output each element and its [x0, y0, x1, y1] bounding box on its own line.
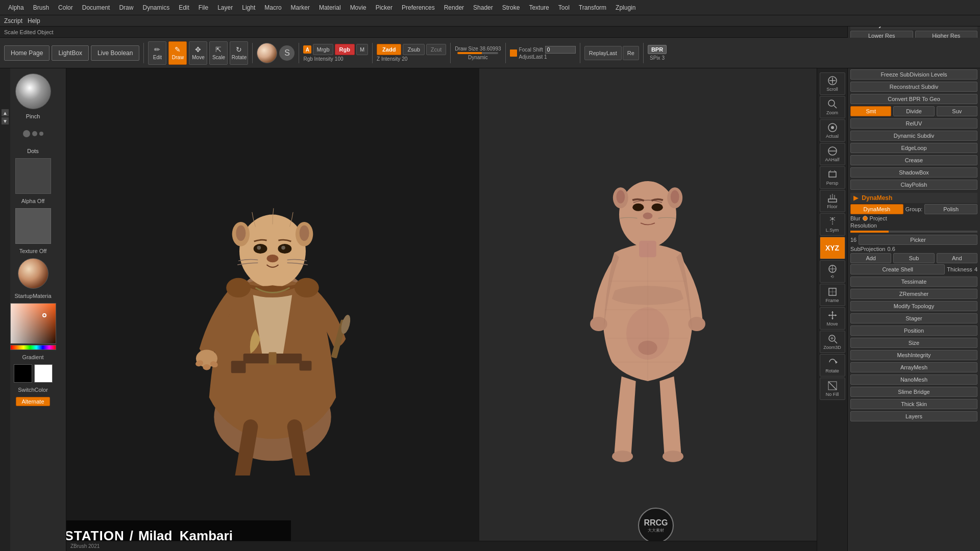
menu-stroke[interactable]: Stroke: [498, 3, 524, 12]
texture-preview[interactable]: [15, 208, 51, 244]
shadowbox-btn[interactable]: ShadowBox: [850, 167, 977, 178]
menu-material[interactable]: Material: [315, 3, 345, 12]
reconstruct-subdiv-btn[interactable]: Reconstruct Subdiv: [850, 82, 977, 92]
brush-preview[interactable]: [15, 73, 51, 109]
menu-dynamics[interactable]: Dynamics: [138, 3, 174, 12]
local-btn[interactable]: ⟲: [820, 260, 845, 283]
zsub-button[interactable]: Zsub: [403, 44, 424, 55]
draw-tool-btn[interactable]: ✎ Draw: [168, 41, 187, 65]
suv-btn[interactable]: Suv: [937, 106, 977, 116]
rotate-tool-btn[interactable]: ↻ Rotate: [230, 41, 248, 65]
stroke-icon[interactable]: S: [279, 45, 295, 61]
menu-color[interactable]: Color: [54, 3, 77, 12]
menu-marker[interactable]: Marker: [287, 3, 314, 12]
bpr-button[interactable]: BPR: [648, 45, 667, 54]
mrgb-button[interactable]: Mrgb: [313, 44, 333, 55]
stager-btn[interactable]: Stager: [850, 313, 977, 323]
thick-skin-btn[interactable]: Thick Skin: [850, 399, 977, 409]
menu-tool[interactable]: Tool: [554, 3, 574, 12]
nofloor-btn[interactable]: No Fill: [820, 378, 845, 400]
dynamic-subdiv-btn[interactable]: Dynamic Subdiv: [850, 131, 977, 141]
reluv-btn[interactable]: RelUV: [850, 118, 977, 129]
add-btn[interactable]: Add: [850, 253, 891, 263]
lightbox-tab[interactable]: LightBox: [52, 45, 89, 61]
live-boolean-tab[interactable]: Live Boolean: [91, 45, 139, 61]
move-tool-btn[interactable]: ✥ Move: [189, 41, 207, 65]
size-btn[interactable]: Size: [850, 338, 977, 348]
menu-draw[interactable]: Draw: [115, 3, 137, 12]
edgeloop-btn[interactable]: EdgeLoop: [850, 143, 977, 153]
menu-texture[interactable]: Texture: [525, 3, 553, 12]
hue-strip[interactable]: [10, 345, 56, 350]
dynamesh-btn[interactable]: DynaMesh: [850, 204, 903, 214]
menu-file[interactable]: File: [194, 3, 212, 12]
mesh-integrity-btn[interactable]: MeshIntegrity: [850, 350, 977, 360]
persp-btn[interactable]: Persp: [820, 166, 845, 189]
menu-movie[interactable]: Movie: [346, 3, 371, 12]
menu-edit[interactable]: Edit: [175, 3, 193, 12]
freeze-subdiv-btn[interactable]: Freeze SubDivision Levels: [850, 69, 977, 80]
rgb-button[interactable]: Rgb: [335, 44, 355, 55]
scroll-btn[interactable]: Scroll: [820, 72, 845, 95]
actual-btn[interactable]: Actual: [820, 119, 845, 142]
rotate-3d-btn[interactable]: Rotate: [820, 354, 845, 377]
menu-transform[interactable]: Transform: [575, 3, 610, 12]
alternate-button[interactable]: Alternate: [16, 397, 50, 406]
crease-btn[interactable]: Crease: [850, 155, 977, 165]
frame-btn[interactable]: Frame: [820, 284, 845, 306]
menu-picker[interactable]: Picker: [372, 3, 397, 12]
black-swatch[interactable]: [14, 364, 32, 383]
divide-btn[interactable]: Divide: [893, 106, 934, 116]
left-arrow-up[interactable]: ▲: [2, 109, 9, 116]
canvas-right[interactable]: [479, 68, 817, 551]
focal-shift-input[interactable]: [545, 46, 576, 54]
zoom-btn[interactable]: Zoom: [820, 96, 845, 118]
resolution-bar[interactable]: [850, 231, 977, 233]
draw-size-slider[interactable]: [457, 52, 498, 54]
tessimate-btn[interactable]: Tessimate: [850, 277, 977, 287]
white-swatch[interactable]: [34, 364, 53, 383]
zoom3d-btn[interactable]: Zoom3D: [820, 331, 845, 353]
material-sphere[interactable]: [257, 43, 277, 63]
menu-render[interactable]: Render: [440, 3, 468, 12]
menu-alpha[interactable]: Alpha: [4, 3, 28, 12]
array-mesh-btn[interactable]: ArrayMesh: [850, 362, 977, 372]
menu-help[interactable]: Help: [28, 17, 40, 24]
modify-topology-btn[interactable]: Modify Topology: [850, 301, 977, 311]
smt-btn[interactable]: Smt: [850, 106, 891, 116]
convert-bpr-btn[interactable]: Convert BPR To Geo: [850, 94, 977, 104]
menu-document[interactable]: Document: [78, 3, 114, 12]
menu-macro[interactable]: Macro: [260, 3, 285, 12]
menu-shader[interactable]: Shader: [469, 3, 497, 12]
menu-layer[interactable]: Layer: [213, 3, 237, 12]
replay-last-btn[interactable]: ReplayLast: [584, 46, 622, 60]
m-button[interactable]: M: [356, 44, 368, 55]
menu-preferences[interactable]: Preferences: [398, 3, 439, 12]
position-btn[interactable]: Position: [850, 325, 977, 336]
menu-zplugin[interactable]: Zplugin: [611, 3, 640, 12]
create-shell-btn[interactable]: Create Shell: [850, 264, 945, 274]
floor-btn[interactable]: Floor: [820, 190, 845, 212]
canvas-left[interactable]: [66, 68, 479, 551]
material-preview[interactable]: [18, 258, 48, 289]
aahalf-btn[interactable]: AAHalf: [820, 143, 845, 165]
zadd-button[interactable]: Zadd: [377, 44, 401, 55]
picker-btn[interactable]: Picker: [859, 235, 977, 245]
nano-mesh-btn[interactable]: NanoMesh: [850, 374, 977, 385]
alpha-indicator[interactable]: A: [303, 45, 311, 54]
edit-tool-btn[interactable]: ✏ Edit: [148, 41, 166, 65]
zcut-button[interactable]: Zcut: [426, 44, 446, 55]
zremesher-btn[interactable]: ZRemesher: [850, 289, 977, 299]
sub-btn[interactable]: Sub: [893, 253, 934, 263]
xyz-btn[interactable]: XYZ: [820, 237, 845, 259]
slime-bridge-btn[interactable]: Slime Bridge: [850, 387, 977, 397]
menu-brush[interactable]: Brush: [29, 3, 53, 12]
alpha-preview[interactable]: [15, 158, 51, 194]
scale-tool-btn[interactable]: ⇱ Scale: [209, 41, 228, 65]
dynamesh-section[interactable]: ▶ DynaMesh: [850, 193, 977, 203]
move-3d-btn[interactable]: Move: [820, 307, 845, 330]
lsym-btn[interactable]: L.Sym: [820, 213, 845, 236]
polish-btn[interactable]: Polish: [924, 204, 977, 214]
layers-btn[interactable]: Layers: [850, 411, 977, 421]
claypolish-btn[interactable]: ClayPolish: [850, 180, 977, 190]
